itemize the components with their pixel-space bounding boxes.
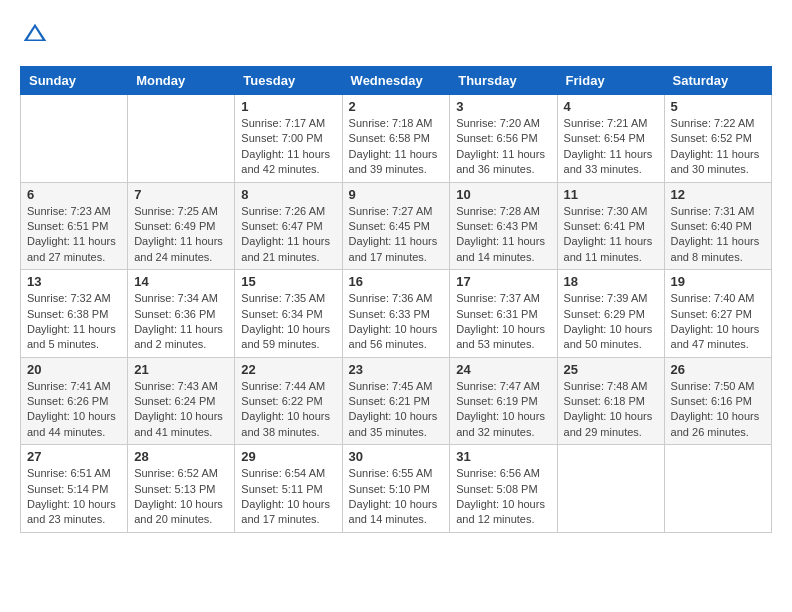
day-detail: Sunrise: 6:55 AM Sunset: 5:10 PM Dayligh…: [349, 466, 444, 528]
day-number: 25: [564, 362, 658, 377]
day-detail: Sunrise: 7:28 AM Sunset: 6:43 PM Dayligh…: [456, 204, 550, 266]
calendar-day-header: Monday: [128, 67, 235, 95]
calendar-cell: 1Sunrise: 7:17 AM Sunset: 7:00 PM Daylig…: [235, 95, 342, 183]
calendar-cell: 15Sunrise: 7:35 AM Sunset: 6:34 PM Dayli…: [235, 270, 342, 358]
day-number: 2: [349, 99, 444, 114]
calendar-day-header: Wednesday: [342, 67, 450, 95]
calendar-cell: 2Sunrise: 7:18 AM Sunset: 6:58 PM Daylig…: [342, 95, 450, 183]
calendar-cell: [557, 445, 664, 533]
day-detail: Sunrise: 7:43 AM Sunset: 6:24 PM Dayligh…: [134, 379, 228, 441]
day-detail: Sunrise: 7:50 AM Sunset: 6:16 PM Dayligh…: [671, 379, 765, 441]
day-number: 11: [564, 187, 658, 202]
day-detail: Sunrise: 7:34 AM Sunset: 6:36 PM Dayligh…: [134, 291, 228, 353]
day-number: 27: [27, 449, 121, 464]
calendar-day-header: Sunday: [21, 67, 128, 95]
day-number: 20: [27, 362, 121, 377]
calendar-cell: 7Sunrise: 7:25 AM Sunset: 6:49 PM Daylig…: [128, 182, 235, 270]
calendar-cell: 6Sunrise: 7:23 AM Sunset: 6:51 PM Daylig…: [21, 182, 128, 270]
day-number: 8: [241, 187, 335, 202]
day-number: 23: [349, 362, 444, 377]
day-detail: Sunrise: 7:32 AM Sunset: 6:38 PM Dayligh…: [27, 291, 121, 353]
day-number: 4: [564, 99, 658, 114]
calendar-cell: 20Sunrise: 7:41 AM Sunset: 6:26 PM Dayli…: [21, 357, 128, 445]
calendar-cell: 16Sunrise: 7:36 AM Sunset: 6:33 PM Dayli…: [342, 270, 450, 358]
day-number: 31: [456, 449, 550, 464]
calendar-week-row: 13Sunrise: 7:32 AM Sunset: 6:38 PM Dayli…: [21, 270, 772, 358]
day-number: 12: [671, 187, 765, 202]
calendar-cell: 28Sunrise: 6:52 AM Sunset: 5:13 PM Dayli…: [128, 445, 235, 533]
day-number: 30: [349, 449, 444, 464]
day-detail: Sunrise: 7:20 AM Sunset: 6:56 PM Dayligh…: [456, 116, 550, 178]
calendar-day-header: Saturday: [664, 67, 771, 95]
calendar-cell: 9Sunrise: 7:27 AM Sunset: 6:45 PM Daylig…: [342, 182, 450, 270]
calendar-cell: 24Sunrise: 7:47 AM Sunset: 6:19 PM Dayli…: [450, 357, 557, 445]
calendar-cell: 12Sunrise: 7:31 AM Sunset: 6:40 PM Dayli…: [664, 182, 771, 270]
calendar-week-row: 1Sunrise: 7:17 AM Sunset: 7:00 PM Daylig…: [21, 95, 772, 183]
calendar-cell: 4Sunrise: 7:21 AM Sunset: 6:54 PM Daylig…: [557, 95, 664, 183]
calendar-header-row: SundayMondayTuesdayWednesdayThursdayFrid…: [21, 67, 772, 95]
day-number: 29: [241, 449, 335, 464]
day-detail: Sunrise: 7:48 AM Sunset: 6:18 PM Dayligh…: [564, 379, 658, 441]
day-detail: Sunrise: 7:26 AM Sunset: 6:47 PM Dayligh…: [241, 204, 335, 266]
page-header: [20, 20, 772, 50]
logo-icon: [20, 20, 50, 50]
day-number: 14: [134, 274, 228, 289]
calendar-week-row: 20Sunrise: 7:41 AM Sunset: 6:26 PM Dayli…: [21, 357, 772, 445]
day-detail: Sunrise: 7:22 AM Sunset: 6:52 PM Dayligh…: [671, 116, 765, 178]
day-number: 5: [671, 99, 765, 114]
day-detail: Sunrise: 7:37 AM Sunset: 6:31 PM Dayligh…: [456, 291, 550, 353]
day-number: 9: [349, 187, 444, 202]
calendar-day-header: Friday: [557, 67, 664, 95]
day-detail: Sunrise: 7:45 AM Sunset: 6:21 PM Dayligh…: [349, 379, 444, 441]
day-detail: Sunrise: 6:51 AM Sunset: 5:14 PM Dayligh…: [27, 466, 121, 528]
day-number: 18: [564, 274, 658, 289]
day-detail: Sunrise: 7:39 AM Sunset: 6:29 PM Dayligh…: [564, 291, 658, 353]
day-number: 3: [456, 99, 550, 114]
calendar-cell: [664, 445, 771, 533]
day-detail: Sunrise: 7:47 AM Sunset: 6:19 PM Dayligh…: [456, 379, 550, 441]
day-number: 16: [349, 274, 444, 289]
calendar-cell: 31Sunrise: 6:56 AM Sunset: 5:08 PM Dayli…: [450, 445, 557, 533]
day-number: 10: [456, 187, 550, 202]
calendar-cell: 22Sunrise: 7:44 AM Sunset: 6:22 PM Dayli…: [235, 357, 342, 445]
calendar-cell: 18Sunrise: 7:39 AM Sunset: 6:29 PM Dayli…: [557, 270, 664, 358]
day-number: 15: [241, 274, 335, 289]
logo: [20, 20, 54, 50]
calendar-cell: 26Sunrise: 7:50 AM Sunset: 6:16 PM Dayli…: [664, 357, 771, 445]
day-detail: Sunrise: 7:18 AM Sunset: 6:58 PM Dayligh…: [349, 116, 444, 178]
day-number: 19: [671, 274, 765, 289]
day-number: 24: [456, 362, 550, 377]
day-detail: Sunrise: 7:31 AM Sunset: 6:40 PM Dayligh…: [671, 204, 765, 266]
day-number: 21: [134, 362, 228, 377]
day-detail: Sunrise: 7:27 AM Sunset: 6:45 PM Dayligh…: [349, 204, 444, 266]
calendar-cell: 11Sunrise: 7:30 AM Sunset: 6:41 PM Dayli…: [557, 182, 664, 270]
calendar-cell: 13Sunrise: 7:32 AM Sunset: 6:38 PM Dayli…: [21, 270, 128, 358]
day-number: 6: [27, 187, 121, 202]
day-number: 22: [241, 362, 335, 377]
calendar-cell: 25Sunrise: 7:48 AM Sunset: 6:18 PM Dayli…: [557, 357, 664, 445]
calendar-cell: 27Sunrise: 6:51 AM Sunset: 5:14 PM Dayli…: [21, 445, 128, 533]
calendar-cell: 14Sunrise: 7:34 AM Sunset: 6:36 PM Dayli…: [128, 270, 235, 358]
calendar-cell: 3Sunrise: 7:20 AM Sunset: 6:56 PM Daylig…: [450, 95, 557, 183]
calendar-cell: 10Sunrise: 7:28 AM Sunset: 6:43 PM Dayli…: [450, 182, 557, 270]
calendar-body: 1Sunrise: 7:17 AM Sunset: 7:00 PM Daylig…: [21, 95, 772, 533]
day-detail: Sunrise: 7:44 AM Sunset: 6:22 PM Dayligh…: [241, 379, 335, 441]
calendar-week-row: 27Sunrise: 6:51 AM Sunset: 5:14 PM Dayli…: [21, 445, 772, 533]
calendar-table: SundayMondayTuesdayWednesdayThursdayFrid…: [20, 66, 772, 533]
day-detail: Sunrise: 7:35 AM Sunset: 6:34 PM Dayligh…: [241, 291, 335, 353]
day-detail: Sunrise: 7:23 AM Sunset: 6:51 PM Dayligh…: [27, 204, 121, 266]
day-number: 13: [27, 274, 121, 289]
day-detail: Sunrise: 7:21 AM Sunset: 6:54 PM Dayligh…: [564, 116, 658, 178]
calendar-cell: 21Sunrise: 7:43 AM Sunset: 6:24 PM Dayli…: [128, 357, 235, 445]
day-detail: Sunrise: 6:52 AM Sunset: 5:13 PM Dayligh…: [134, 466, 228, 528]
day-detail: Sunrise: 7:25 AM Sunset: 6:49 PM Dayligh…: [134, 204, 228, 266]
day-detail: Sunrise: 6:54 AM Sunset: 5:11 PM Dayligh…: [241, 466, 335, 528]
calendar-day-header: Tuesday: [235, 67, 342, 95]
calendar-cell: 23Sunrise: 7:45 AM Sunset: 6:21 PM Dayli…: [342, 357, 450, 445]
day-number: 1: [241, 99, 335, 114]
day-detail: Sunrise: 7:30 AM Sunset: 6:41 PM Dayligh…: [564, 204, 658, 266]
day-detail: Sunrise: 7:41 AM Sunset: 6:26 PM Dayligh…: [27, 379, 121, 441]
day-number: 28: [134, 449, 228, 464]
day-detail: Sunrise: 7:17 AM Sunset: 7:00 PM Dayligh…: [241, 116, 335, 178]
calendar-cell: 29Sunrise: 6:54 AM Sunset: 5:11 PM Dayli…: [235, 445, 342, 533]
